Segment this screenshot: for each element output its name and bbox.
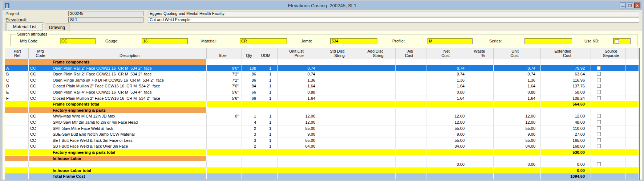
section-total-row[interactable]: Factory engineering & parts total530.00 [5, 149, 639, 156]
source-separate-checkbox[interactable] [597, 162, 601, 166]
cell-size [207, 131, 242, 137]
column-header[interactable]: Add Disc String [359, 48, 396, 59]
source-separate-checkbox[interactable] [597, 96, 601, 100]
cell-size [207, 137, 242, 144]
series-input[interactable] [524, 38, 572, 44]
column-header[interactable]: Qty [242, 48, 260, 59]
source-separate-checkbox[interactable] [597, 132, 601, 136]
cell-qty [242, 101, 260, 107]
cell-ext: 116.96 [541, 77, 591, 83]
cell-adj [396, 101, 426, 107]
cell-price: 55.00 [278, 137, 319, 144]
table-row[interactable]: DCCClosed Plain Mullion 2" Face CCW16 16… [5, 83, 639, 89]
source-separate-checkbox[interactable] [597, 90, 601, 94]
column-header[interactable]: Description [51, 48, 207, 59]
cell-src [591, 89, 625, 95]
cell-std [319, 149, 359, 156]
column-header[interactable]: Unit Cost [494, 48, 541, 59]
column-header[interactable]: Mfg Code [29, 48, 51, 59]
source-separate-checkbox[interactable] [597, 126, 601, 130]
cell-price [278, 156, 319, 162]
table-row[interactable]: ACCOpen Plain Rail 2" Face CCW21 16 CR M… [5, 65, 639, 71]
cell-add [359, 173, 396, 180]
gauge-input[interactable]: 16 [142, 38, 188, 44]
cell-adj [396, 95, 426, 102]
cell-qty [242, 59, 260, 65]
cell-size: 7'2" [207, 71, 242, 77]
column-header[interactable]: Part Ref [5, 48, 29, 59]
cell-extra [625, 89, 639, 95]
cell-desc: SBE-Saw Butt End Notch Jamb CCW Material [51, 131, 207, 137]
column-header[interactable]: Net Cost [426, 48, 469, 59]
source-separate-checkbox[interactable] [597, 78, 601, 82]
elevation-name-field[interactable]: Cut and Weld Example [148, 17, 639, 22]
column-header[interactable]: Waste % [469, 48, 494, 59]
cell-extra [625, 71, 639, 77]
column-header[interactable]: Extended Cost [541, 48, 591, 59]
maximize-button[interactable]: ❐ [627, 3, 633, 8]
jamb-input[interactable]: 534 [330, 38, 377, 44]
cell-uom: 1 [260, 65, 278, 71]
section-total-row[interactable]: In-house Labor total0.00 [5, 168, 639, 174]
cell-net: 0.00 [426, 161, 469, 168]
cell-std [319, 89, 359, 95]
material-input[interactable]: CR [240, 38, 287, 44]
project-name-field[interactable]: Eggers Quoting and Mental Health Facilit… [148, 11, 639, 16]
section-total-row[interactable]: Frame components total564.60 [5, 101, 639, 107]
table-row[interactable]: CCBET-Butt Face Weld & Tack 3in Face or … [5, 137, 639, 144]
source-separate-checkbox[interactable] [597, 84, 601, 88]
elevation-number-field[interactable]: SL1 [68, 17, 143, 22]
tab-drawing[interactable]: Drawing [45, 24, 69, 31]
project-number-field[interactable]: 200245 [68, 11, 143, 16]
titlebar[interactable]: Elevations Costing: 200245, SL1 — ❐ ✕ [3, 1, 642, 10]
cell-qty [242, 156, 260, 162]
section-header-row[interactable]: In-house Labor [5, 156, 639, 162]
mfg-code-input[interactable]: CC [60, 38, 96, 44]
cell-price: 1.64 [278, 95, 319, 102]
profile-input[interactable]: M [428, 38, 473, 44]
grand-total-row[interactable]: Total Frame Cost1094.60 [5, 173, 639, 180]
table-row[interactable]: 0.000.000.00 [5, 161, 639, 168]
minimize-button[interactable]: — [620, 3, 626, 8]
source-separate-checkbox[interactable] [597, 114, 601, 118]
cell-desc: Open Plain Rail 2" Face CCW21 16 CR M 53… [51, 71, 207, 77]
cell-std [319, 59, 359, 65]
cell-mfg: CC [29, 131, 51, 137]
cell-desc: Open Plain Rail 2" Face CCW21 16 CR M 53… [51, 65, 207, 71]
table-row[interactable]: CCCOpen Hinge Jamb @ 7-0 Dr Ht CCW25 16 … [5, 77, 639, 83]
source-separate-checkbox[interactable] [597, 144, 601, 148]
column-header[interactable]: Size [207, 48, 242, 59]
column-header[interactable]: Unit List Price [278, 48, 319, 59]
cell-uom [260, 149, 278, 156]
table-row[interactable]: BCCOpen Plain Rail 2" Face CCW21 16 CR M… [5, 71, 639, 77]
source-separate-checkbox[interactable] [597, 138, 601, 142]
cell-mfg: CC [29, 77, 51, 83]
source-separate-checkbox[interactable] [597, 72, 601, 76]
close-button[interactable]: ✕ [634, 3, 640, 8]
section-header-row[interactable]: Factory engineering & parts [5, 107, 639, 114]
cell-price [278, 173, 319, 180]
table-row[interactable]: CCSBT-Butt Face Weld & Tack Over 3in Fac… [5, 143, 639, 149]
column-header[interactable] [625, 48, 639, 59]
use-kd-checkbox[interactable] [615, 39, 619, 44]
cell-adj [396, 59, 426, 65]
column-header[interactable]: Adj Cost [396, 48, 426, 59]
source-separate-checkbox[interactable] [597, 66, 601, 70]
table-row[interactable]: CCSMO-Saw Mtr 2in Jamb to 2in or 4in Fac… [5, 119, 639, 126]
table-row[interactable]: ECCOpen Plain Rail 4" Face CCW23 16 CR M… [5, 89, 639, 95]
cell-part: F [5, 95, 29, 102]
table-row[interactable]: FCCClosed Plain Mullion 2" Face CCW16 16… [5, 95, 639, 102]
cell-ext: 110.00 [541, 126, 591, 132]
column-header[interactable]: UOM [260, 48, 278, 59]
column-header[interactable]: Std Disc String [319, 48, 359, 59]
table-row[interactable]: CCSMT-Saw Mitre Face Weld & Tack2155.005… [5, 126, 639, 132]
column-header[interactable]: Source Separate [591, 48, 625, 59]
section-header-row[interactable]: Frame components [5, 59, 639, 65]
tab-material-list[interactable]: Material List [5, 22, 44, 31]
cell-std [319, 107, 359, 114]
table-row[interactable]: CCMW6-Mas Wire M CM 12in JD Max0"1112.00… [5, 113, 639, 119]
source-separate-checkbox[interactable] [597, 120, 601, 124]
table-row[interactable]: CCSBE-Saw Butt End Notch Jamb CCW Materi… [5, 131, 639, 137]
cell-uom: 1 [260, 77, 278, 83]
cell-qty: 3 [242, 131, 260, 137]
